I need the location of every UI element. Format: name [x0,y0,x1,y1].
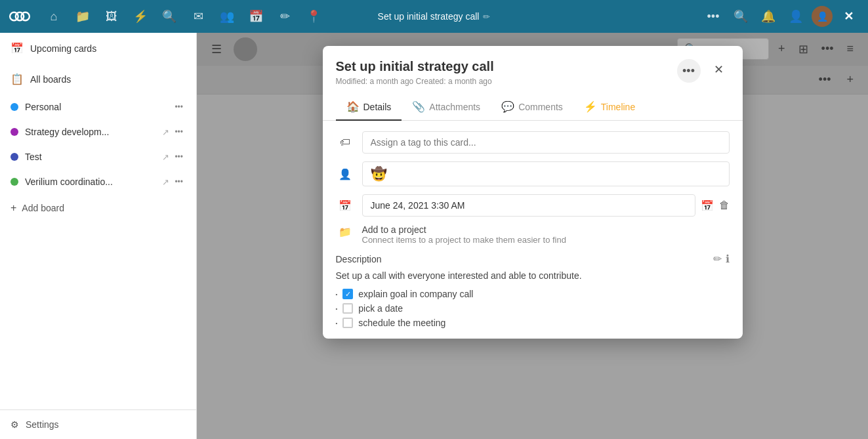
description-text: Set up a call with everyone interested a… [336,270,730,281]
activity-icon[interactable]: ⚡ [129,5,152,28]
checklist-text-3: schedule the meeting [358,318,445,328]
board-item-personal[interactable]: Personal ••• [0,94,196,119]
project-icon: 📁 [336,226,354,238]
modal-meta: Modified: a month ago Created: a month a… [336,77,669,86]
topnav-search-icon[interactable]: 🔍 [729,5,753,28]
modal-header: Set up initial strategy call Modified: a… [323,46,743,94]
description-edit-icon[interactable]: ✏ [713,253,722,265]
project-field-row: 📁 Add to a project Connect items to a pr… [336,224,730,245]
title-edit-icon[interactable]: ✏ [483,12,490,22]
description-section: Description ✏ ℹ Set up a call with every… [336,253,730,328]
topnav-right-area: ••• 🔍 🔔 👤 👤 ✕ [701,5,860,28]
sidebar: 📅 Upcoming cards 📋 All boards Personal •… [0,33,197,439]
edit-icon[interactable]: ✏ [273,5,297,28]
board-item-strategy[interactable]: Strategy developm... ↗ ••• [0,119,196,144]
sidebar-footer: ⚙ Settings [0,409,196,439]
notifications-icon[interactable]: 🔔 [756,5,780,28]
board-actions-strategy: ↗ ••• [162,126,186,138]
home-icon[interactable]: ⌂ [42,5,66,28]
tab-attachments[interactable]: 📎 Attachments [402,94,491,121]
modal-body: 🏷 👤 🤠 [323,121,743,339]
tab-comments[interactable]: 💬 Comments [491,94,573,121]
close-window-icon[interactable]: ✕ [837,5,860,28]
description-info-icon[interactable]: ℹ [726,253,730,265]
description-header: Description ✏ ℹ [336,253,730,265]
tag-field-content [362,131,730,154]
timeline-tab-label: Timeline [601,102,635,112]
calendar-icon[interactable]: 📅 [244,5,268,28]
date-input[interactable] [362,194,695,217]
upcoming-label: Upcoming cards [30,43,186,54]
account-icon[interactable]: 👤 [784,5,808,28]
board-actions-personal: ••• [172,101,186,113]
board-item-test[interactable]: Test ↗ ••• [0,144,196,169]
board-actions-verilium: ↗ ••• [162,176,186,188]
tag-input[interactable] [362,131,730,154]
modal-title-section: Set up initial strategy call Modified: a… [336,59,669,86]
board-more-test[interactable]: ••• [172,151,186,163]
board-more-verilium[interactable]: ••• [172,176,186,188]
assignee-field-row: 👤 🤠 [336,161,730,186]
checkbox-1-checked[interactable] [342,289,353,299]
sidebar-item-all-boards[interactable]: 📋 All boards [0,64,196,94]
checklist-item-1: • explain goal in company call [336,289,730,299]
project-hint: Connect items to a project to make them … [362,235,730,245]
sidebar-item-upcoming[interactable]: 📅 Upcoming cards [0,33,196,64]
board-name-personal: Personal [25,102,165,112]
board-dot-verilium [10,178,18,186]
checklist-text-1: explain goal in company call [358,289,473,299]
settings-item[interactable]: ⚙ Settings [0,410,196,439]
maps-icon[interactable]: 📍 [302,5,325,28]
board-item-verilium[interactable]: Verilium coordinatio... ↗ ••• [0,169,196,194]
modal-menu-button[interactable]: ••• [677,59,701,83]
details-tab-label: Details [363,102,392,112]
app-logo[interactable] [8,5,31,28]
tab-timeline[interactable]: ⚡ Timeline [573,94,646,121]
more-icon[interactable]: ••• [701,5,725,28]
search-icon[interactable]: 🔍 [157,5,181,28]
date-field-content: 📅 🗑 [362,194,730,217]
assignee-box[interactable]: 🤠 [362,161,730,186]
files-icon[interactable]: 📁 [71,5,94,28]
board-name-strategy: Strategy developm... [25,127,155,137]
modal-close-button[interactable]: ✕ [709,59,730,80]
date-icon: 📅 [336,199,354,212]
mail-icon[interactable]: ✉ [186,5,210,28]
tab-details[interactable]: 🏠 Details [336,94,402,121]
date-delete-icon[interactable]: 🗑 [719,199,730,211]
attachments-tab-label: Attachments [429,102,480,112]
timeline-tab-icon: ⚡ [584,100,597,113]
assignee-emoji: 🤠 [371,166,387,182]
modal-tabs: 🏠 Details 📎 Attachments 💬 Comments ⚡ Tim… [323,94,743,121]
board-more-strategy[interactable]: ••• [172,126,186,138]
checkbox-2-unchecked[interactable] [342,303,353,314]
calendar-icon: 📅 [10,42,24,54]
board-more-personal[interactable]: ••• [172,101,186,113]
content-area: ☰ 🔍 + ⊞ ••• ≡ ••• + [197,33,868,439]
comments-tab-label: Comments [518,102,563,112]
share-icon-verilium: ↗ [162,177,169,187]
share-icon-strategy: ↗ [162,127,169,137]
bullet-1: • [336,291,338,297]
project-add-label: Add to a project [362,224,730,235]
user-avatar[interactable]: 👤 [812,6,833,27]
boards-icon: 📋 [10,73,24,85]
details-tab-icon: 🏠 [346,100,360,113]
center-title-text: Set up initial strategy call [378,11,480,22]
board-dot-personal [10,103,18,111]
contacts-icon[interactable]: 👥 [215,5,239,28]
svg-point-2 [21,12,30,21]
board-actions-test: ↗ ••• [162,151,186,163]
window-title: Set up initial strategy call ✏ [378,11,491,22]
add-board-button[interactable]: + Add board [0,194,196,222]
comments-tab-icon: 💬 [501,100,514,113]
settings-icon: ⚙ [10,419,19,430]
board-dot-test [10,153,18,161]
card-details-modal: Set up initial strategy call Modified: a… [323,46,743,339]
assignee-field-content: 🤠 [362,161,730,186]
calendar-picker-icon[interactable]: 📅 [701,199,714,212]
project-field-content[interactable]: Add to a project Connect items to a proj… [362,224,730,245]
checkbox-3-unchecked[interactable] [342,318,353,328]
checklist-item-2: • pick a date [336,303,730,314]
photos-icon[interactable]: 🖼 [100,5,123,28]
